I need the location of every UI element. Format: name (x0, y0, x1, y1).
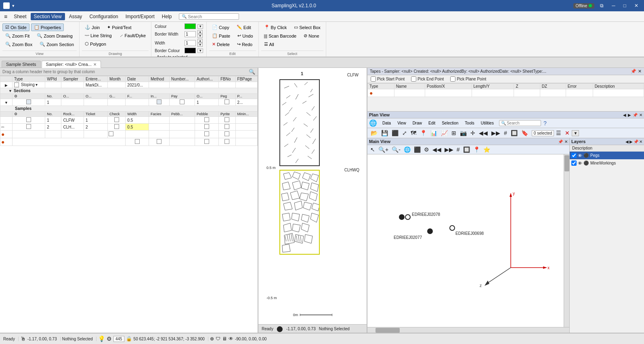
search-input[interactable] (188, 14, 236, 19)
colour-dropdown[interactable]: ▼ (197, 24, 203, 29)
add-row[interactable]: ● (0, 138, 258, 146)
plan-view-dock[interactable]: 📌 (633, 113, 638, 117)
tab-close-icon[interactable]: ✕ (93, 62, 96, 67)
plan-tab-edit[interactable]: Edit (426, 120, 438, 126)
tool-list[interactable]: ☰ (554, 129, 563, 137)
delete-button[interactable]: ✕ Delete (209, 40, 233, 48)
scroll-thumb-v[interactable] (564, 155, 569, 171)
menu-item-section-view[interactable]: Section View (31, 13, 65, 20)
scan-barcode-button[interactable]: ||| Scan Barcode (261, 32, 300, 40)
sample-pyrite-2[interactable] (224, 124, 229, 129)
col-number[interactable]: Number... (170, 76, 195, 82)
bottom-screen-icon[interactable]: 🖥 (222, 336, 227, 342)
tapes-col-z[interactable]: Z (514, 84, 540, 89)
tool-chart[interactable]: 📊 (429, 129, 439, 137)
layer-row-mine-workings[interactable]: 👁 ⚫ MineWorkings (570, 159, 644, 167)
minimize-button[interactable]: ─ (609, 2, 618, 9)
width-up[interactable]: ▲ (197, 39, 203, 43)
tool-table[interactable]: ⊞ (450, 129, 458, 137)
panel-search-button[interactable]: 🔍 (249, 69, 255, 75)
tool-cursor[interactable]: ⤢ (401, 129, 409, 137)
pick-end-point-label[interactable]: Pick End Point (411, 76, 444, 82)
main-view-canvas[interactable]: y x z 1 (367, 154, 569, 327)
tool-camera[interactable]: 📷 (458, 129, 468, 137)
menu-icon[interactable]: ≡ (2, 13, 10, 21)
tool-grid[interactable]: # (502, 129, 509, 137)
tool-dropdown2[interactable]: ▼ (572, 130, 579, 136)
zoom-box-button[interactable]: 🔍 Zoom Box (2, 40, 35, 48)
tapes-new-row[interactable]: ● (368, 89, 644, 97)
maximize-button[interactable]: □ (621, 2, 629, 9)
mv-left[interactable]: ◀◀ (431, 146, 443, 153)
plan-view-pin2[interactable]: ▶ (628, 113, 631, 117)
menu-item-configuration[interactable]: Configuration (86, 13, 121, 20)
plan-help-icon[interactable]: ? (543, 120, 547, 127)
sample-check-1[interactable] (114, 117, 119, 122)
layer-mine-eye[interactable]: 👁 (578, 161, 582, 166)
section-expand[interactable]: ▼ (4, 101, 8, 105)
layer-mine-checkbox[interactable] (571, 160, 577, 166)
mv-settings[interactable]: ⚙ (423, 146, 430, 153)
row-type-cell[interactable]: Stoping ▾ (13, 82, 45, 88)
sample-pyrite-1[interactable] (224, 117, 229, 122)
sample-edit-1[interactable] (26, 117, 31, 122)
tool-layers2[interactable]: 🔲 (509, 129, 519, 137)
polygon-button[interactable]: ⬡ Polygon (82, 40, 109, 48)
bottom-gear-icon[interactable]: ⚙ (107, 336, 112, 342)
mv-zoom-in[interactable]: 🔍+ (377, 146, 390, 153)
mv-layers[interactable]: 🔲 (462, 146, 471, 153)
col-wpid[interactable]: WPId (45, 76, 61, 82)
plan-tab-utilities[interactable]: Utilities (478, 120, 497, 126)
main-view-close[interactable]: ✕ (564, 139, 568, 144)
mv-right[interactable]: ▶▶ (443, 146, 455, 153)
tool-arrow-left[interactable]: ◀◀ (477, 129, 489, 137)
plan-tab-draw[interactable]: Draw (410, 120, 425, 126)
tapes-close-icon[interactable]: ✕ (638, 69, 642, 74)
pick-plane-point-checkbox[interactable] (450, 76, 455, 82)
mv-grid2[interactable]: # (455, 146, 461, 153)
menu-item-assay[interactable]: Assay (66, 13, 86, 20)
tapes-pin-icon[interactable]: 📌 (631, 69, 636, 74)
row-type-dropdown[interactable]: Stoping ▾ (21, 82, 38, 87)
tab-sample-sheets[interactable]: Sample Sheets (2, 61, 41, 68)
border-width-down[interactable]: ▼ (197, 34, 203, 38)
section-cb-1[interactable] (224, 99, 229, 104)
sample-check-2[interactable] (114, 124, 119, 129)
tab-sampler[interactable]: Sampler: <null> Crea... ✕ (42, 61, 101, 68)
mv-3d[interactable]: ⬛ (413, 146, 422, 153)
tapes-col-error[interactable]: Error (566, 84, 593, 89)
plan-tab-view[interactable]: View (394, 120, 409, 126)
point-text-button[interactable]: ✦ Point/Text (104, 23, 134, 31)
tool-pin[interactable]: 📍 (418, 129, 428, 137)
mv-globe[interactable]: 🌐 (403, 146, 412, 153)
plan-tab-tools[interactable]: Tools (462, 120, 477, 126)
pick-start-point-checkbox[interactable] (371, 76, 376, 82)
restore-down-button[interactable]: ⧉ (598, 2, 606, 9)
pick-start-point-label[interactable]: Pick Start Point (371, 76, 405, 82)
tapes-col-type[interactable]: Type (368, 84, 394, 89)
tool-bookmark[interactable]: 🔖 (520, 129, 530, 137)
tool-save[interactable]: 💾 (380, 129, 390, 137)
layer-row-pegs[interactable]: 👁 ⚫ Pegs (570, 152, 644, 159)
tapes-grid[interactable]: Type Name Position/X Length/Y Z DZ Error… (367, 83, 644, 112)
col-authori[interactable]: Authori... (195, 76, 219, 82)
main-view-dock[interactable]: 📌 (558, 139, 563, 144)
section-canvas[interactable]: 1 CLFW (258, 68, 367, 324)
col-sampler[interactable]: Sampler (61, 76, 84, 82)
sample-pebble-1[interactable] (204, 117, 209, 122)
bottom-value-445[interactable]: 445 (113, 336, 124, 342)
data-grid[interactable]: Type WPId Sampler Entere... Month Date M… (0, 76, 258, 333)
tapes-col-posx[interactable]: Position/X (425, 84, 472, 89)
select-box-button[interactable]: ▭ Select Box (291, 23, 323, 31)
plan-search-input[interactable] (507, 121, 539, 125)
mv-pin[interactable]: 📍 (472, 146, 481, 153)
mv-zoom-out[interactable]: 🔍- (390, 146, 402, 153)
pick-plane-point-label[interactable]: Pick Plane Point (450, 76, 486, 82)
search-box[interactable]: 🔍 (179, 13, 239, 20)
sections-expand[interactable]: ▼ (8, 89, 12, 93)
sample-pebble-2[interactable] (204, 124, 209, 129)
sample-edit-2[interactable] (26, 124, 31, 129)
zoom-section-button[interactable]: 🔍 Zoom Section (37, 40, 77, 48)
bottom-adjust-icon[interactable]: ⊕ (210, 336, 214, 342)
tool-delete2[interactable]: ✕ (563, 129, 571, 137)
